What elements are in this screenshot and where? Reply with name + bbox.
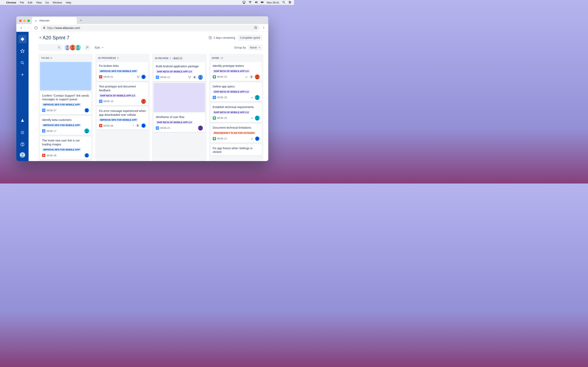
create-icon[interactable]	[18, 71, 26, 79]
epic-label[interactable]: IMPROVE NPS FOR MOBILE APP	[99, 69, 138, 73]
airplay-icon[interactable]	[242, 1, 246, 4]
jira-logo-icon[interactable]	[18, 35, 26, 43]
sidebar-collapse-icon[interactable]	[38, 35, 43, 40]
epic-dropdown[interactable]: Epic	[93, 45, 105, 50]
issue-key[interactable]: MOB-16	[99, 100, 113, 103]
epic-label[interactable]: IMPROVE NPS FOR MOBILE APP	[99, 118, 138, 122]
svg-rect-4	[261, 2, 263, 3]
complete-sprint-button[interactable]: Complete sprint	[238, 35, 263, 41]
group-by-dropdown[interactable]: None	[248, 45, 263, 50]
issue-key[interactable]: MOB-25	[213, 117, 227, 120]
control-center-icon[interactable]	[288, 1, 292, 4]
epic-label[interactable]: SHIP BETA OF MOBILE APP 2.0	[213, 90, 250, 93]
battery-icon[interactable]	[261, 1, 264, 4]
issue-key[interactable]: MOB-07	[42, 109, 56, 112]
volume-icon[interactable]	[255, 1, 258, 4]
epic-label[interactable]: IMPROVE NPS FOR MOBILE APP	[42, 148, 81, 151]
assignee-avatar[interactable]	[198, 75, 203, 80]
svg-line-7	[284, 3, 285, 3]
issue-key[interactable]: MOB-36	[42, 154, 56, 157]
assignee-filter[interactable]	[65, 44, 81, 51]
epic-label[interactable]: SHIP BETA OF MOBILE APP 2.0	[156, 70, 193, 73]
assignee-avatar[interactable]	[84, 128, 89, 133]
issue-card[interactable]: Document technical limitationsREDUNDANCY…	[211, 124, 262, 143]
issue-key[interactable]: MOB-26	[213, 96, 227, 99]
menu-edit[interactable]: Edit	[28, 1, 32, 4]
menu-help[interactable]: Help	[66, 1, 71, 4]
issue-card[interactable]: Define app specsSHIP BETA OF MOBILE APP …	[211, 83, 262, 101]
wifi-icon[interactable]	[249, 1, 252, 4]
assignee-avatar[interactable]	[141, 99, 146, 104]
notification-icon[interactable]	[18, 117, 26, 125]
close-window-button[interactable]	[19, 20, 22, 22]
issue-card[interactable]: Build Android application packageSHIP BE…	[154, 62, 205, 81]
star-icon[interactable]	[18, 47, 26, 55]
issue-card[interactable]: Wireframe of user flowSHIP BETA OF MOBIL…	[154, 113, 205, 132]
assignee-avatar[interactable]	[255, 116, 260, 120]
menu-file[interactable]: File	[20, 1, 24, 4]
epic-label[interactable]: REDUNDANCY PLAN FOR OUTAGES	[213, 131, 256, 134]
epic-label[interactable]: IMPROVE NPS FOR MOBILE APP	[42, 124, 81, 127]
issue-card[interactable]: Identify prototype testersSHIP BETA OF M…	[211, 62, 262, 81]
issue-key[interactable]: MOB-17	[42, 129, 56, 133]
assignee-avatar[interactable]	[84, 153, 89, 158]
help-icon[interactable]	[18, 140, 26, 149]
menubar-clock[interactable]: Mon 09:41	[267, 1, 279, 4]
assignee-avatar[interactable]	[255, 95, 260, 100]
issue-key[interactable]: MOB-23	[156, 126, 170, 130]
chrome-menu-icon[interactable]	[262, 26, 265, 30]
new-tab-button[interactable]	[78, 17, 84, 23]
avatar[interactable]	[75, 44, 81, 51]
menu-view[interactable]: View	[36, 1, 42, 4]
card-placeholder[interactable]	[154, 83, 205, 111]
issue-card[interactable]: Fix error message experienced when app d…	[97, 107, 148, 130]
forward-button[interactable]	[26, 25, 31, 31]
issue-key[interactable]: MOB-22	[156, 76, 170, 79]
menu-go[interactable]: Go	[45, 1, 49, 4]
add-people-button[interactable]	[84, 44, 91, 51]
browser-tab[interactable]: Atlassian	[32, 17, 77, 24]
menu-window[interactable]: Window	[53, 1, 62, 4]
card-title: Identify prototype testers	[213, 64, 260, 68]
issue-card[interactable]: Establish technical requirementsSHIP BET…	[211, 103, 262, 122]
back-button[interactable]	[18, 25, 24, 31]
assignee-avatar[interactable]	[141, 123, 146, 128]
issue-key[interactable]: MOB-01	[99, 75, 113, 78]
column-header: IN PROGRESS 3	[97, 56, 148, 60]
board-content: MA20 Sprint 7 2 days remaining Complete …	[29, 32, 268, 161]
search-icon[interactable]	[18, 59, 26, 67]
issue-card[interactable]: Fix broken linksIMPROVE NPS FOR MOBILE A…	[97, 62, 148, 81]
epic-label[interactable]: SHIP BETA OF MOBILE APP 2.0	[213, 111, 250, 114]
menubar-app[interactable]: Chrome	[6, 1, 16, 4]
spotlight-icon[interactable]	[282, 1, 285, 4]
address-bar[interactable]: https://www.atlassian.com	[40, 25, 260, 31]
svg-point-58	[189, 76, 189, 77]
bookmark-star-icon[interactable]	[254, 26, 257, 30]
reload-button[interactable]	[33, 25, 39, 31]
assignee-avatar[interactable]	[141, 75, 146, 79]
issue-card[interactable]: Confirm "Contact Support" link sends mes…	[40, 92, 91, 115]
epic-label[interactable]: SHIP BETA OF MOBILE APP 2.0	[213, 69, 250, 73]
issue-card[interactable]: Fix app freeze when Settings is clicked	[211, 144, 262, 156]
board-search[interactable]	[38, 44, 63, 51]
apps-icon[interactable]	[18, 128, 26, 137]
issue-key[interactable]: MOB-20	[213, 75, 227, 78]
minimize-window-button[interactable]	[23, 20, 26, 22]
assignee-avatar[interactable]	[84, 108, 89, 113]
issue-key[interactable]: MOB-21	[213, 137, 227, 140]
assignee-avatar[interactable]	[255, 136, 260, 141]
epic-label[interactable]: SHIP BETA OF MOBILE APP 2.0	[99, 94, 136, 97]
issue-card[interactable]: Test prototype and document feedbackSHIP…	[97, 83, 148, 105]
column-name: DONE	[212, 57, 219, 59]
epic-label[interactable]: IMPROVE NPS FOR MOBILE APP	[42, 103, 81, 106]
assignee-avatar[interactable]	[198, 125, 203, 131]
maximize-window-button[interactable]	[27, 20, 30, 22]
column-count: 3	[117, 57, 119, 59]
card-placeholder[interactable]	[40, 62, 91, 90]
issue-card[interactable]: Identify beta customersIMPROVE NPS FOR M…	[40, 116, 91, 135]
profile-avatar[interactable]	[20, 152, 25, 158]
issue-card[interactable]: The invite new user link is not loading …	[40, 137, 91, 159]
epic-label[interactable]: SHIP BETA OF MOBILE APP 2.0	[156, 121, 193, 124]
assignee-avatar[interactable]	[255, 75, 260, 79]
issue-key[interactable]: MOB-08	[99, 124, 113, 127]
